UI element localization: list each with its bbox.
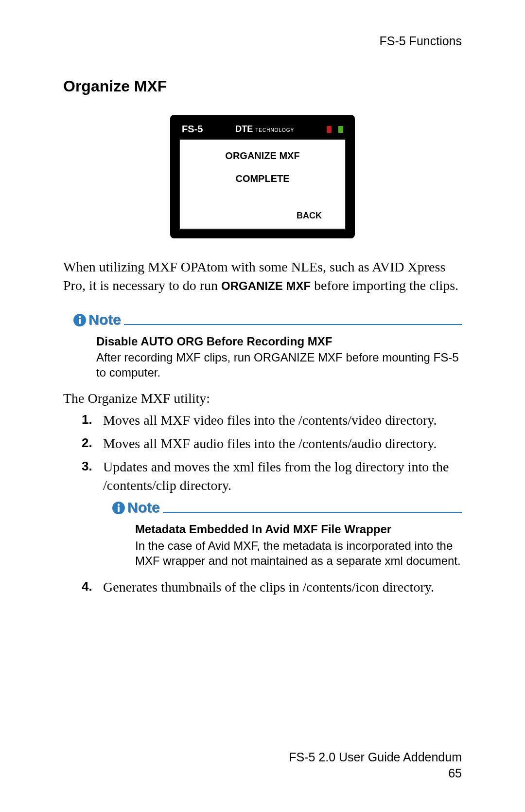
- note-2-heading: Metadata Embedded In Avid MXF File Wrapp…: [135, 522, 462, 537]
- device-tech-logo: DTE TECHNOLOGY: [235, 124, 294, 134]
- intro-paragraph: When utilizing MXF OPAtom with some NLEs…: [63, 258, 462, 295]
- note-1-text: After recording MXF clips, run ORGANIZE …: [96, 351, 459, 379]
- device-bezel-top: FS-5 DTE TECHNOLOGY: [174, 119, 351, 139]
- svg-rect-2: [79, 319, 81, 324]
- info-icon: [112, 501, 125, 515]
- note-2-label: Note: [127, 499, 160, 516]
- list-text: Moves all MXF audio files into the /cont…: [103, 434, 462, 453]
- device-screen: ORGANIZE MXF COMPLETE BACK: [179, 139, 346, 230]
- screen-back-label: BACK: [189, 211, 336, 221]
- note-2-text: In the case of Avid MXF, the metadata is…: [135, 539, 461, 567]
- led-red-icon: [327, 126, 332, 133]
- section-header: FS-5 Functions: [63, 34, 462, 48]
- note-2-header: Note: [112, 499, 462, 517]
- list-number: 4.: [82, 578, 95, 596]
- note-1-body: Disable AUTO ORG Before Recording MXF Af…: [73, 329, 462, 380]
- list-item: 2. Moves all MXF audio files into the /c…: [82, 434, 462, 453]
- list-text: Moves all MXF video files into the /cont…: [103, 411, 462, 430]
- list-item: 3. Updates and moves the xml files from …: [82, 458, 462, 495]
- intro-post: before importing the clips.: [311, 278, 458, 293]
- list-number: 1.: [82, 411, 95, 430]
- note-2-rule: [163, 512, 462, 513]
- page-heading: Organize MXF: [63, 77, 462, 95]
- page-footer: FS-5 2.0 User Guide Addendum 65: [289, 749, 462, 782]
- intro-bold-term: ORGANIZE MXF: [221, 279, 311, 292]
- svg-rect-5: [118, 506, 120, 512]
- list-item: 4. Generates thumbnails of the clips in …: [82, 578, 462, 596]
- device-tech-suffix: TECHNOLOGY: [255, 127, 294, 133]
- svg-point-1: [79, 316, 81, 318]
- utility-list: 1. Moves all MXF video files into the /c…: [82, 411, 462, 494]
- note-1-label: Note: [88, 311, 121, 328]
- led-green-icon: [338, 126, 343, 133]
- list-text: Updates and moves the xml files from the…: [103, 458, 462, 495]
- list-text: Generates thumbnails of the clips in /co…: [103, 578, 462, 596]
- device-brand: FS-5: [182, 124, 203, 135]
- list-intro: The Organize MXF utility:: [63, 391, 462, 406]
- note-1-heading: Disable AUTO ORG Before Recording MXF: [96, 334, 462, 349]
- list-number: 2.: [82, 434, 95, 453]
- list-number: 3.: [82, 458, 95, 495]
- device-tech-prefix: DTE: [235, 124, 253, 134]
- footer-doc-title: FS-5 2.0 User Guide Addendum: [289, 749, 462, 766]
- utility-list-cont: 4. Generates thumbnails of the clips in …: [82, 578, 462, 596]
- device-leds: [327, 126, 343, 133]
- footer-page-number: 65: [289, 765, 462, 782]
- svg-point-4: [118, 504, 120, 506]
- note-2: Note Metadata Embedded In Avid MXF File …: [112, 499, 462, 568]
- note-1-header: Note: [73, 311, 462, 329]
- screen-line-1: ORGANIZE MXF: [189, 150, 336, 162]
- info-icon: [73, 313, 87, 327]
- device-figure: FS-5 DTE TECHNOLOGY ORGANIZE MXF COMPLET…: [170, 115, 355, 238]
- list-item: 1. Moves all MXF video files into the /c…: [82, 411, 462, 430]
- note-1-rule: [124, 324, 462, 325]
- note-2-body: Metadata Embedded In Avid MXF File Wrapp…: [112, 517, 462, 568]
- note-1: Note Disable AUTO ORG Before Recording M…: [73, 311, 462, 380]
- screen-line-2: COMPLETE: [189, 173, 336, 184]
